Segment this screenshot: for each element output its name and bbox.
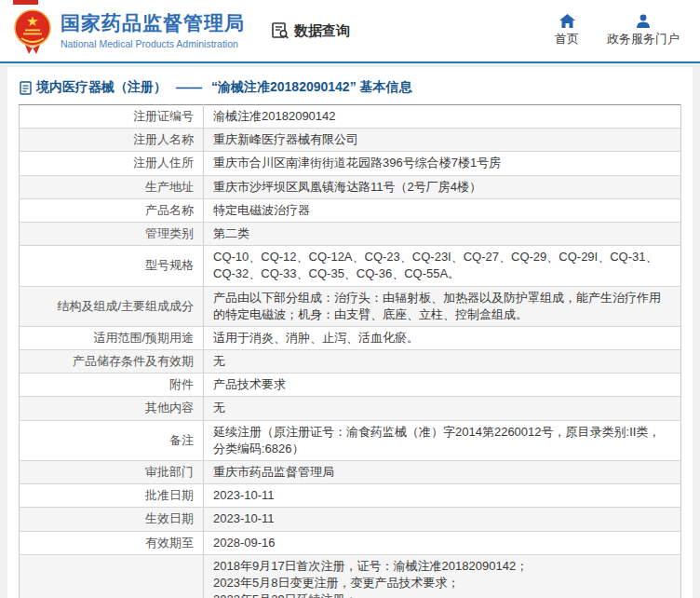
row-label: 审批部门 (20, 461, 204, 484)
row-value: 延续注册（原注册证号：渝食药监械（准）字2014第2260012号，原目录类别:… (204, 420, 681, 460)
header-nav: 首页 政务服务门户 (555, 14, 680, 48)
table-row: 型号规格CQ-10、CQ-12、CQ-12A、CQ-23、CQ-23I、CQ-2… (20, 246, 681, 286)
row-value: 第二类 (204, 222, 681, 245)
row-value: 产品由以下部分组成：治疗头：由辐射板、加热器以及防护罩组成，能产生治疗作用的特定… (204, 286, 681, 326)
table-row: 注册人住所重庆市合川区南津街街道花园路396号综合楼7楼1号房 (20, 152, 681, 175)
china-emblem-icon: ★ (13, 9, 52, 56)
row-label: 管理类别 (20, 222, 204, 245)
svg-text:★: ★ (26, 13, 38, 29)
row-label: 适用范围/预期用途 (20, 326, 204, 349)
data-query-label: 数据查询 (294, 22, 350, 40)
row-label: 型号规格 (20, 246, 204, 286)
row-value: 无 (204, 350, 681, 374)
row-label: 注册人住所 (20, 152, 204, 175)
row-value: 重庆市合川区南津街街道花园路396号综合楼7楼1号房 (204, 152, 681, 175)
row-label: 生产地址 (20, 175, 204, 198)
row-value: 2023-10-11 (204, 508, 681, 531)
table-row: 批准日期2023-10-11 (20, 484, 681, 508)
row-label: 注册人名称 (20, 129, 204, 152)
site-subtitle: National Medical Products Administration (61, 38, 245, 49)
table-row: 管理类别第二类 (20, 222, 681, 245)
document-icon (20, 81, 32, 95)
nav-home[interactable]: 首页 (555, 14, 579, 48)
table-row: 审批部门重庆市药品监督管理局 (20, 461, 681, 484)
row-value: 2018年9月17日首次注册，证号：渝械注准20182090142； 2023年… (204, 554, 681, 598)
row-label: 变更情况 (20, 554, 204, 598)
table-row: 结构及组成/主要组成成分产品由以下部分组成：治疗头：由辐射板、加热器以及防护罩组… (20, 286, 681, 326)
row-value: 2023-10-11 (204, 484, 681, 508)
breadcrumb: 境内医疗器械（注册） —— “渝械注准20182090142” 基本信息 (7, 67, 693, 104)
nav-portal-label: 政务服务门户 (607, 31, 680, 48)
row-value: 特定电磁波治疗器 (204, 198, 681, 222)
info-table-body: 注册证编号渝械注准20182090142注册人名称重庆新峰医疗器械有限公司注册人… (20, 105, 681, 598)
row-value: 适用于消炎、消肿、止泻、活血化瘀。 (204, 326, 681, 349)
table-row: 生产地址重庆市沙坪坝区凤凰镇海达路11号（2号厂房4楼） (20, 175, 681, 198)
row-label: 注册证编号 (20, 105, 204, 129)
table-row: 适用范围/预期用途适用于消炎、消肿、止泻、活血化瘀。 (20, 326, 681, 349)
site-header: ★ 国家药品监督管理局 National Medical Products Ad… (0, 0, 700, 63)
row-label: 批准日期 (20, 484, 204, 508)
row-label: 备注 (20, 420, 204, 460)
row-value: 重庆市药品监督管理局 (204, 461, 681, 484)
row-value: 重庆新峰医疗器械有限公司 (204, 129, 681, 152)
table-row: 生效日期2023-10-11 (20, 508, 681, 531)
breadcrumb-current: “渝械注准20182090142” 基本信息 (211, 79, 412, 96)
row-label: 产品储存条件及有效期 (20, 350, 204, 374)
row-label: 其他内容 (20, 397, 204, 420)
home-icon (559, 14, 575, 28)
breadcrumb-separator: —— (176, 80, 202, 95)
table-row: 有效期至2028-09-16 (20, 531, 681, 554)
breadcrumb-section[interactable]: 境内医疗器械（注册） (36, 79, 167, 96)
table-row: 备注延续注册（原注册证号：渝食药监械（准）字2014第2260012号，原目录类… (20, 420, 681, 460)
row-label: 结构及组成/主要组成成分 (20, 286, 204, 326)
site-title: 国家药品监督管理局 (61, 12, 245, 34)
table-row: 产品储存条件及有效期无 (20, 350, 681, 374)
table-row: 注册证编号渝械注准20182090142 (20, 105, 681, 129)
red-ribbon-decoration (13, 0, 38, 5)
row-label: 有效期至 (20, 531, 204, 554)
logo-text: 国家药品监督管理局 National Medical Products Admi… (61, 12, 245, 48)
table-row: 附件产品技术要求 (20, 374, 681, 397)
row-value: 产品技术要求 (204, 374, 681, 397)
nav-portal[interactable]: 政务服务门户 (607, 14, 680, 48)
row-label: 生效日期 (20, 508, 204, 531)
table-row: 其他内容无 (20, 397, 681, 420)
user-icon (636, 14, 651, 28)
table-row: 变更情况2018年9月17日首次注册，证号：渝械注准20182090142； 2… (20, 554, 681, 598)
row-value: 渝械注准20182090142 (204, 105, 681, 129)
document-search-icon (271, 21, 289, 40)
row-label: 附件 (20, 374, 204, 397)
row-value: 无 (204, 397, 681, 420)
info-table: 注册证编号渝械注准20182090142注册人名称重庆新峰医疗器械有限公司注册人… (19, 104, 681, 598)
table-row: 产品名称特定电磁波治疗器 (20, 198, 681, 222)
row-label: 产品名称 (20, 198, 204, 222)
nmpa-logo[interactable]: ★ 国家药品监督管理局 National Medical Products Ad… (13, 6, 245, 56)
table-row: 注册人名称重庆新峰医疗器械有限公司 (20, 129, 681, 152)
row-value: CQ-10、CQ-12、CQ-12A、CQ-23、CQ-23I、CQ-27、CQ… (204, 246, 681, 286)
row-value: 重庆市沙坪坝区凤凰镇海达路11号（2号厂房4楼） (204, 175, 681, 198)
row-value: 2028-09-16 (204, 531, 681, 554)
data-query-nav[interactable]: 数据查询 (271, 21, 350, 40)
nav-home-label: 首页 (555, 31, 579, 48)
content-panel: 境内医疗器械（注册） —— “渝械注准20182090142” 基本信息 注册证… (7, 67, 693, 598)
